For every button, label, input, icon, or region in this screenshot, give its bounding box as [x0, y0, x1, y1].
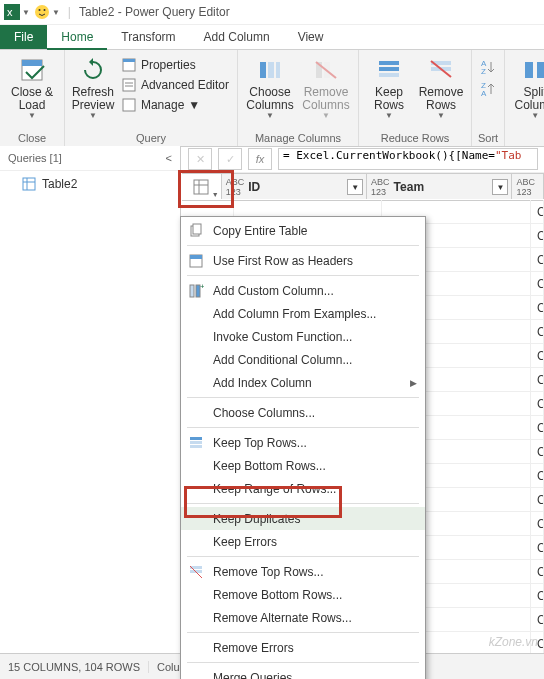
- svg-point-4: [43, 9, 45, 11]
- svg-rect-12: [123, 99, 135, 111]
- svg-point-2: [35, 5, 49, 19]
- advanced-editor-icon: [121, 77, 137, 93]
- keep-rows-button[interactable]: Keep Rows▼: [365, 54, 413, 121]
- dropdown-icon: ▼: [266, 112, 274, 121]
- svg-rect-46: [190, 445, 202, 448]
- menu-add-column[interactable]: Add Column: [190, 25, 284, 49]
- ctx-choose-columns[interactable]: Choose Columns...: [181, 401, 425, 424]
- ctx-remove-errors[interactable]: Remove Errors: [181, 636, 425, 659]
- menu-home[interactable]: Home: [47, 25, 107, 50]
- excel-logo-icon: x: [4, 4, 20, 20]
- svg-rect-19: [379, 61, 399, 65]
- menu-transform[interactable]: Transform: [107, 25, 189, 49]
- ctx-keep-duplicates[interactable]: Keep Duplicates: [181, 507, 425, 530]
- ctx-add-index[interactable]: Add Index Column▶: [181, 371, 425, 394]
- keep-rows-icon: [375, 56, 403, 84]
- qat-dropdown-icon[interactable]: ▼: [22, 8, 30, 17]
- title-separator: |: [68, 5, 71, 19]
- table-menu-button[interactable]: ▼: [182, 174, 222, 199]
- add-column-icon: +: [187, 282, 205, 300]
- ctx-remove-top[interactable]: Remove Top Rows...: [181, 560, 425, 583]
- menu-file[interactable]: File: [0, 25, 47, 49]
- ctx-keep-range[interactable]: Keep Range of Rows...: [181, 477, 425, 500]
- manage-button[interactable]: Manage ▼: [119, 96, 231, 114]
- remove-columns-icon: [312, 56, 340, 84]
- ctx-copy-table[interactable]: Copy Entire Table: [181, 219, 425, 242]
- svg-rect-44: [190, 437, 202, 440]
- table-context-menu: Copy Entire Table Use First Row as Heade…: [180, 216, 426, 679]
- ctx-add-custom-column[interactable]: +Add Custom Column...: [181, 279, 425, 302]
- qat-customize-icon[interactable]: ▼: [52, 8, 60, 17]
- choose-columns-button[interactable]: Choose Columns▼: [244, 54, 296, 121]
- ctx-merge-queries[interactable]: Merge Queries...: [181, 666, 425, 679]
- properties-icon: [121, 57, 137, 73]
- svg-text:Z: Z: [481, 67, 486, 76]
- accept-formula-button[interactable]: ✓: [218, 148, 242, 170]
- ctx-add-column-examples[interactable]: Add Column From Examples...: [181, 302, 425, 325]
- fx-button[interactable]: fx: [248, 148, 272, 170]
- close-load-icon: [18, 56, 46, 84]
- group-query: Query: [71, 130, 231, 144]
- svg-rect-14: [268, 62, 274, 78]
- sort-asc-button[interactable]: AZ: [479, 58, 497, 76]
- svg-text:+: +: [200, 283, 204, 291]
- submenu-arrow-icon: ▶: [410, 378, 417, 388]
- svg-rect-41: [190, 285, 194, 297]
- collapse-icon[interactable]: <: [166, 152, 172, 164]
- ctx-keep-errors[interactable]: Keep Errors: [181, 530, 425, 553]
- sort-desc-button[interactable]: ZA: [479, 80, 497, 98]
- group-sort: Sort: [478, 130, 498, 144]
- type-icon: ABC123: [371, 177, 390, 197]
- manage-icon: [121, 97, 137, 113]
- split-column-icon: [521, 56, 544, 84]
- ctx-invoke-function[interactable]: Invoke Custom Function...: [181, 325, 425, 348]
- filter-dropdown-icon[interactable]: ▼: [492, 179, 508, 195]
- window-title: Table2 - Power Query Editor: [79, 5, 230, 19]
- dropdown-icon: ▼: [322, 112, 330, 121]
- advanced-editor-button[interactable]: Advanced Editor: [119, 76, 231, 94]
- queries-header: Queries [1]<: [0, 146, 180, 171]
- dropdown-icon: ▼: [188, 98, 200, 112]
- table-icon: [22, 177, 36, 191]
- svg-rect-8: [123, 59, 135, 62]
- remove-rows-button[interactable]: Remove Rows▼: [417, 54, 465, 121]
- ctx-remove-alternate[interactable]: Remove Alternate Rows...: [181, 606, 425, 629]
- menu-view[interactable]: View: [284, 25, 338, 49]
- remove-columns-button[interactable]: Remove Columns▼: [300, 54, 352, 121]
- ctx-add-conditional[interactable]: Add Conditional Column...: [181, 348, 425, 371]
- cancel-formula-button[interactable]: ✕: [188, 148, 212, 170]
- column-header-team[interactable]: ABC123 Team ▼: [367, 174, 512, 199]
- dropdown-icon: ▼: [28, 112, 36, 121]
- ctx-first-row-headers[interactable]: Use First Row as Headers: [181, 249, 425, 272]
- ctx-remove-bottom[interactable]: Remove Bottom Rows...: [181, 583, 425, 606]
- svg-rect-45: [190, 441, 202, 444]
- ctx-keep-top[interactable]: Keep Top Rows...: [181, 431, 425, 454]
- choose-columns-icon: [256, 56, 284, 84]
- ctx-keep-bottom[interactable]: Keep Bottom Rows...: [181, 454, 425, 477]
- column-header-id[interactable]: ABC123 ID ▼: [222, 174, 367, 199]
- dropdown-icon: ▼: [385, 112, 393, 121]
- refresh-preview-button[interactable]: Refresh Preview▼: [71, 54, 115, 121]
- status-rowcount: 15 COLUMNS, 104 ROWS: [0, 661, 149, 673]
- query-item[interactable]: Table2: [0, 171, 180, 197]
- formula-bar[interactable]: = Excel.CurrentWorkbook(){[Name="Tab: [278, 148, 538, 170]
- split-column-button[interactable]: Split Column▼: [511, 54, 544, 121]
- group-reduce-rows: Reduce Rows: [365, 130, 465, 144]
- type-icon: ABC123: [226, 177, 245, 197]
- svg-rect-30: [537, 62, 544, 78]
- dropdown-icon: ▼: [531, 112, 539, 121]
- column-header-next[interactable]: ABC123: [512, 174, 544, 199]
- properties-button[interactable]: Properties: [119, 56, 231, 74]
- refresh-icon: [79, 56, 107, 84]
- remove-rows-icon: [187, 563, 205, 581]
- group-manage-columns: Manage Columns: [244, 130, 352, 144]
- smiley-icon[interactable]: [34, 4, 50, 20]
- headers-icon: [187, 252, 205, 270]
- svg-rect-34: [194, 180, 208, 194]
- close-load-button[interactable]: Close & Load▼: [6, 54, 58, 121]
- svg-rect-40: [190, 255, 202, 259]
- filter-dropdown-icon[interactable]: ▼: [347, 179, 363, 195]
- remove-rows-icon: [427, 56, 455, 84]
- svg-rect-38: [193, 224, 201, 234]
- svg-text:A: A: [481, 89, 487, 98]
